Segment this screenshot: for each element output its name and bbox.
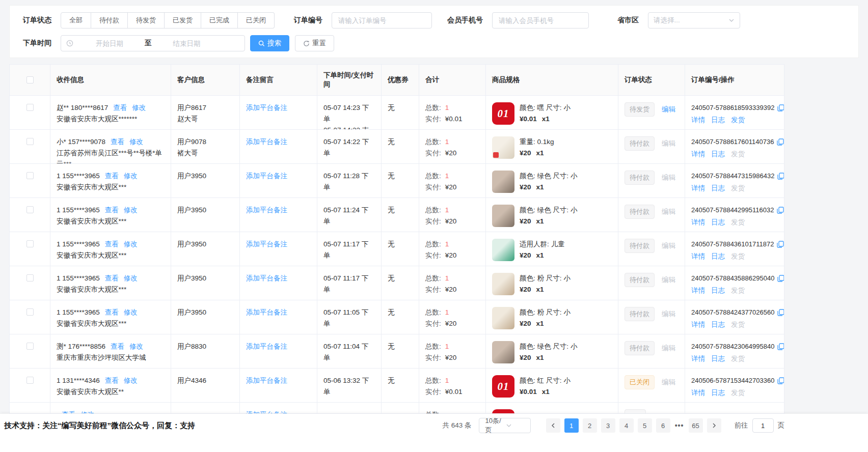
modify-link[interactable]: 修改 [129, 136, 143, 148]
copy-icon[interactable] [777, 241, 784, 248]
view-link[interactable]: 查看 [62, 409, 75, 414]
copy-icon[interactable] [777, 104, 784, 111]
view-link[interactable]: 查看 [105, 171, 119, 182]
page-size-select[interactable]: 10条/页 [479, 418, 531, 433]
detail-link[interactable]: 详情 [691, 149, 705, 160]
edit-status-link[interactable]: 编辑 [662, 378, 675, 386]
modify-link[interactable]: 修改 [124, 273, 138, 284]
add-remark-link[interactable]: 添加平台备注 [246, 377, 287, 384]
status-tab-1[interactable]: 待付款 [91, 12, 128, 29]
modify-link[interactable]: 修改 [80, 409, 94, 414]
ship-link[interactable]: 发货 [731, 387, 745, 399]
row-checkbox[interactable] [26, 172, 34, 179]
ship-link[interactable]: 发货 [731, 251, 745, 262]
modify-link[interactable]: 修改 [132, 102, 146, 114]
copy-icon[interactable] [777, 138, 784, 146]
ship-link[interactable]: 发货 [731, 285, 745, 296]
search-button[interactable]: 搜索 [250, 35, 289, 51]
add-remark-link[interactable]: 添加平台备注 [246, 206, 287, 214]
add-remark-link[interactable]: 添加平台备注 [246, 343, 287, 350]
detail-link[interactable]: 详情 [691, 115, 705, 126]
edit-status-link[interactable]: 编辑 [662, 310, 675, 318]
row-checkbox[interactable] [26, 377, 34, 384]
ship-link[interactable]: 发货 [731, 319, 745, 330]
log-link[interactable]: 日志 [711, 387, 725, 399]
copy-icon[interactable] [777, 377, 784, 384]
log-link[interactable]: 日志 [711, 183, 725, 194]
status-tab-4[interactable]: 已完成 [201, 12, 238, 29]
row-checkbox[interactable] [26, 138, 34, 145]
log-link[interactable]: 日志 [711, 149, 725, 160]
row-checkbox[interactable] [26, 206, 34, 213]
log-link[interactable]: 日志 [711, 251, 725, 262]
row-checkbox[interactable] [26, 308, 34, 316]
edit-status-link[interactable]: 编辑 [662, 276, 675, 284]
row-checkbox[interactable] [26, 104, 34, 111]
detail-link[interactable]: 详情 [691, 353, 705, 364]
copy-icon[interactable] [777, 309, 784, 316]
date-end-input[interactable] [154, 40, 220, 47]
log-link[interactable]: 日志 [711, 285, 725, 296]
view-link[interactable]: 查看 [105, 239, 119, 250]
date-start-input[interactable] [76, 40, 143, 47]
region-select[interactable]: 请选择... [648, 12, 740, 29]
edit-status-link[interactable]: 编辑 [662, 208, 675, 215]
page-button-4[interactable]: 4 [619, 418, 634, 433]
detail-link[interactable]: 详情 [691, 217, 705, 228]
copy-icon[interactable] [777, 173, 784, 180]
status-tab-3[interactable]: 已发货 [165, 12, 201, 29]
view-link[interactable]: 查看 [105, 205, 119, 216]
log-link[interactable]: 日志 [711, 217, 725, 228]
ship-link[interactable]: 发货 [731, 217, 745, 228]
page-button-5[interactable]: 5 [638, 418, 652, 433]
log-link[interactable]: 日志 [711, 115, 725, 126]
log-link[interactable]: 日志 [711, 353, 725, 364]
member-phone-input[interactable] [492, 12, 589, 29]
edit-status-link[interactable]: 编辑 [662, 139, 675, 147]
status-tab-2[interactable]: 待发货 [128, 12, 165, 29]
copy-icon[interactable] [777, 207, 784, 214]
add-remark-link[interactable]: 添加平台备注 [246, 172, 287, 180]
view-link[interactable]: 查看 [111, 136, 124, 148]
add-remark-link[interactable]: 添加平台备注 [246, 104, 287, 111]
modify-link[interactable]: 修改 [124, 375, 138, 386]
date-range-picker[interactable]: 至 [61, 35, 245, 51]
page-button-2[interactable]: 2 [583, 418, 597, 433]
view-link[interactable]: 查看 [105, 273, 119, 284]
detail-link[interactable]: 详情 [691, 319, 705, 330]
page-button-1[interactable]: 1 [564, 418, 579, 433]
copy-icon[interactable] [777, 343, 784, 350]
view-link[interactable]: 查看 [111, 341, 124, 352]
row-checkbox[interactable] [26, 343, 34, 350]
detail-link[interactable]: 详情 [691, 285, 705, 296]
modify-link[interactable]: 修改 [124, 307, 138, 318]
page-button-65[interactable]: 65 [689, 418, 703, 433]
more-pages-icon[interactable]: ••• [672, 421, 687, 430]
goto-page-input[interactable] [752, 418, 774, 433]
modify-link[interactable]: 修改 [124, 239, 138, 250]
reset-button[interactable]: 重置 [295, 35, 334, 51]
edit-status-link[interactable]: 编辑 [662, 174, 675, 181]
view-link[interactable]: 查看 [105, 375, 119, 386]
ship-link[interactable]: 发货 [731, 115, 745, 126]
modify-link[interactable]: 修改 [129, 341, 143, 352]
view-link[interactable]: 查看 [105, 307, 119, 318]
modify-link[interactable]: 修改 [124, 205, 138, 216]
page-button-3[interactable]: 3 [601, 418, 615, 433]
add-remark-link[interactable]: 添加平台备注 [246, 274, 287, 282]
detail-link[interactable]: 详情 [691, 183, 705, 194]
add-remark-link[interactable]: 添加平台备注 [246, 240, 287, 248]
log-link[interactable]: 日志 [711, 319, 725, 330]
edit-status-link[interactable]: 编辑 [662, 105, 675, 113]
row-checkbox[interactable] [26, 240, 34, 247]
add-remark-link[interactable]: 添加平台备注 [246, 308, 287, 316]
copy-icon[interactable] [777, 275, 784, 282]
prev-page-button[interactable] [546, 418, 560, 433]
status-tab-0[interactable]: 全部 [61, 12, 91, 29]
add-remark-link[interactable]: 添加平台备注 [246, 138, 287, 146]
view-link[interactable]: 查看 [113, 102, 127, 114]
modify-link[interactable]: 修改 [124, 171, 138, 182]
next-page-button[interactable] [707, 418, 721, 433]
row-checkbox[interactable] [26, 274, 34, 281]
status-tab-5[interactable]: 已关闭 [238, 12, 275, 29]
